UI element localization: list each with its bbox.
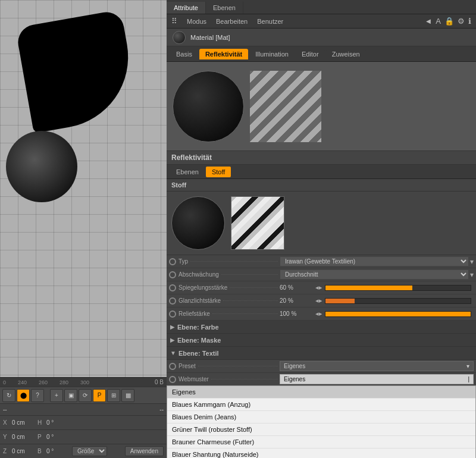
tool-film[interactable]: ▦ [121,389,134,402]
ob-display: 0 B [155,379,164,385]
prop-label-webmuster: Webmuster [178,376,280,382]
section-ebene-maske[interactable]: ▶ Ebene: Maske [167,334,476,347]
mat-tab-basis[interactable]: Basis [170,49,198,59]
bar-fill-glanzlicht [325,299,355,303]
y-label: Y [3,434,10,440]
coord-x: X 0 cm [3,419,33,426]
stoff-label: Stoff [167,179,476,192]
webmuster-cursor: | [468,376,469,382]
prop-radio-spiegelung[interactable] [169,284,176,291]
arrow-glanzlicht: ◂▸ [315,297,322,305]
tab-attribute[interactable]: Attribute [167,2,206,14]
prop-dropdown-typ[interactable]: Irawan (Gewebte Textilien) [280,256,469,266]
reflektivitat-label: Reflektivität [167,151,476,165]
stoff-diag [231,196,284,250]
tool-stop[interactable]: ⬤ [17,389,30,402]
mat-tab-zuweisen[interactable]: Zuweisen [326,49,366,59]
webmuster-selected[interactable]: Eigenes | [280,374,474,384]
dash2: -- [159,406,164,413]
prop-radio-webmuster[interactable] [169,376,176,383]
tool-refresh[interactable]: ⟳ [79,389,92,402]
prop-radio-relief[interactable] [169,310,176,318]
apply-button[interactable]: Anwenden [125,446,164,456]
info-icon[interactable]: ℹ [468,17,471,26]
menu-icons: ◄ A 🔒 ⚙ ℹ [424,17,471,26]
prop-val-relief: 100 % [280,310,315,317]
coords-z-row: Z 0 cm B 0 ° Größe Anwenden [0,444,167,458]
prop-radio-abschwachung[interactable] [169,271,176,278]
webmuster-dropdown-wrapper: Eigenes | Eigenes Blaues Kammgarn (Anzug… [280,374,474,384]
preset-dropdown-arrow: ▾ [466,363,469,369]
settings-icon[interactable]: ⚙ [458,17,465,26]
menu-benutzer[interactable]: Benutzer [257,18,283,25]
material-header: Material [Mat] [167,29,476,46]
tool-help[interactable]: ? [31,389,44,402]
tool-grid[interactable]: ⊞ [107,389,120,402]
prop-dropdown-abschwachung[interactable]: Durchschnitt [280,269,469,280]
menu-bar: ⠿ Modus Bearbeiten Benutzer ◄ A 🔒 ⚙ ℹ [167,14,476,29]
size-dropdown[interactable]: Größe [72,446,107,456]
dropdown-item-denim[interactable]: Blaues Denim (Jeans) [167,411,475,424]
preset-dropdown-selected[interactable]: Eigenes ▾ [280,361,474,371]
menu-modus[interactable]: Modus [187,18,206,25]
bar-spiegelung [325,285,471,291]
tool-box[interactable]: ▣ [64,389,77,402]
sub-tab-ebenen[interactable]: Ebenen [170,167,205,177]
label-textil: Ebene: Textil [178,350,219,357]
props-area: Typ Irawan (Gewebte Textilien) ▾ Abschwä… [167,192,476,458]
arrow-left-icon[interactable]: ◄ [424,17,432,26]
stoff-texture-preview [231,196,284,250]
dropdown-item-charmeuse[interactable]: Brauner Charmeuse (Futter) [167,436,475,448]
hpb-row: -- -- [0,403,167,415]
prop-label-spiegelung: Spiegelungsstärke [178,284,280,291]
preview-sphere [173,71,244,142]
tick-280: 280 [60,379,68,385]
section-ebene-farbe[interactable]: ▶ Ebene: Farbe [167,321,476,334]
dots-glanzlicht [223,300,278,301]
coords-x-row: X 0 cm H 0 ° [0,415,167,429]
coords-y-row: Y 0 cm P 0 ° [0,429,167,444]
dots-preset [198,366,278,366]
coord-p: P 0 ° [37,434,67,440]
mat-tab-reflektivitaet[interactable]: Reflektivität [199,49,248,59]
stoff-sphere [171,196,225,250]
dropdown-item-twill[interactable]: Grüner Twill (robuster Stoff) [167,424,475,436]
black-shape [15,10,140,134]
lock-icon[interactable]: 🔒 [444,17,454,26]
prop-radio-glanzlicht[interactable] [169,297,176,305]
prop-radio-typ[interactable] [169,258,176,265]
prop-label-preset: Preset [178,363,280,369]
webmuster-dropdown-list[interactable]: Eigenes Blaues Kammgarn (Anzug) Blaues D… [167,385,476,458]
dots-webmuster [211,379,278,379]
toolbar-row: ↻ ⬤ ? + ▣ ⟳ P ⊞ ▦ [0,387,167,403]
mat-tab-editor[interactable]: Editor [296,49,325,59]
dropdown-item-shantung[interactable]: Blauer Shantung (Naturseide) [167,448,475,458]
y-val: 0 cm [12,434,33,440]
z-label: Z [3,448,10,454]
dash1: -- [3,406,7,413]
sub-tab-stoff[interactable]: Stoff [206,167,231,177]
section-ebene-textil[interactable]: ▼ Ebene: Textil [167,347,476,360]
sphere-shadow [6,131,77,202]
z-val: 0 cm [12,448,33,454]
tool-rotate[interactable]: ↻ [2,389,15,402]
right-panel: Attribute Ebenen ⠿ Modus Bearbeiten Benu… [167,0,476,458]
tick-260: 260 [39,379,48,385]
prop-radio-preset[interactable] [169,363,176,370]
x-label: X [3,419,10,426]
tool-add[interactable]: + [50,389,63,402]
ruler-ticks: 0 240 260 280 300 [3,379,89,385]
material-name: Material [Mat] [190,34,230,41]
material-tabs: Basis Reflektivität Illumination Editor … [167,46,476,62]
arrow-relief: ◂▸ [315,310,322,318]
tab-ebenen[interactable]: Ebenen [206,2,243,14]
dropdown-item-eigenes[interactable]: Eigenes [167,386,475,399]
menu-bearbeiten[interactable]: Bearbeiten [216,18,248,25]
prop-row-spiegelung: Spiegelungsstärke 60 % ◂▸ [167,281,476,294]
mat-tab-illumination[interactable]: Illumination [249,49,295,59]
arrow-right-icon[interactable]: A [436,17,441,26]
tool-p[interactable]: P [93,389,106,402]
dropdown-item-kammgarn[interactable]: Blaues Kammgarn (Anzug) [167,399,475,411]
prop-label-glanzlicht: Glanzlichtstärke [178,297,280,304]
dots-spiegelung [230,287,278,288]
